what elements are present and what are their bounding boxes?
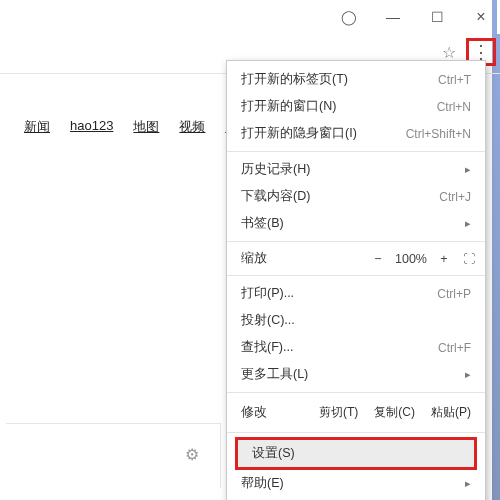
nav-map[interactable]: 地图 [133, 118, 159, 136]
vertical-dots-icon: ⋮ [472, 43, 490, 61]
maximize-button[interactable]: ☐ [424, 9, 450, 25]
profile-icon[interactable]: ◯ [336, 9, 362, 25]
menu-settings[interactable]: 设置(S) [238, 440, 474, 467]
menu-zoom: 缩放 − 100% + ⛶ [227, 246, 485, 271]
menu-label: 设置(S) [252, 445, 295, 462]
menu-shortcut: Ctrl+Shift+N [406, 127, 471, 141]
menu-shortcut: Ctrl+J [439, 190, 471, 204]
window-titlebar: ◯ — ☐ × [0, 0, 500, 34]
zoom-value: 100% [395, 252, 427, 266]
zoom-in-button[interactable]: + [437, 252, 451, 266]
menu-help[interactable]: 帮助(E) ▸ [227, 470, 485, 497]
menu-shortcut: Ctrl+P [437, 287, 471, 301]
zoom-label: 缩放 [241, 250, 371, 267]
main-menu-dropdown: 打开新的标签页(T) Ctrl+T 打开新的窗口(N) Ctrl+N 打开新的隐… [226, 60, 486, 500]
paste-button[interactable]: 粘贴(P) [425, 402, 477, 423]
menu-separator [227, 275, 485, 276]
menu-separator [227, 432, 485, 433]
menu-new-tab[interactable]: 打开新的标签页(T) Ctrl+T [227, 66, 485, 93]
copy-button[interactable]: 复制(C) [368, 402, 421, 423]
menu-label: 帮助(E) [241, 475, 284, 492]
menu-history[interactable]: 历史记录(H) ▸ [227, 156, 485, 183]
menu-shortcut: Ctrl+T [438, 73, 471, 87]
settings-highlight: 设置(S) [235, 437, 477, 470]
zoom-out-button[interactable]: − [371, 252, 385, 266]
menu-label: 下载内容(D) [241, 188, 310, 205]
cut-button[interactable]: 剪切(T) [313, 402, 364, 423]
gear-icon[interactable]: ⚙ [185, 445, 199, 464]
menu-find[interactable]: 查找(F)... Ctrl+F [227, 334, 485, 361]
menu-label: 更多工具(L) [241, 366, 308, 383]
edit-label: 修改 [241, 404, 309, 421]
menu-edit-row: 修改 剪切(T) 复制(C) 粘贴(P) [227, 397, 485, 428]
menu-label: 查找(F)... [241, 339, 293, 356]
menu-new-window[interactable]: 打开新的窗口(N) Ctrl+N [227, 93, 485, 120]
menu-separator [227, 241, 485, 242]
menu-bookmarks[interactable]: 书签(B) ▸ [227, 210, 485, 237]
minimize-button[interactable]: — [380, 9, 406, 25]
menu-separator [227, 392, 485, 393]
page-nav-links: 新闻 hao123 地图 视频 贴吧 [24, 118, 251, 136]
menu-separator [227, 151, 485, 152]
menu-downloads[interactable]: 下载内容(D) Ctrl+J [227, 183, 485, 210]
menu-label: 打开新的标签页(T) [241, 71, 348, 88]
nav-hao123[interactable]: hao123 [70, 118, 113, 136]
chevron-right-icon: ▸ [465, 163, 471, 176]
menu-label: 打开新的隐身窗口(I) [241, 125, 357, 142]
chevron-right-icon: ▸ [465, 368, 471, 381]
chevron-right-icon: ▸ [465, 217, 471, 230]
nav-video[interactable]: 视频 [179, 118, 205, 136]
menu-label: 打开新的窗口(N) [241, 98, 336, 115]
window-right-edge [492, 0, 500, 500]
menu-label: 投射(C)... [241, 312, 295, 329]
chevron-right-icon: ▸ [465, 477, 471, 490]
menu-more-tools[interactable]: 更多工具(L) ▸ [227, 361, 485, 388]
menu-print[interactable]: 打印(P)... Ctrl+P [227, 280, 485, 307]
menu-label: 书签(B) [241, 215, 284, 232]
close-button[interactable]: × [468, 8, 494, 26]
menu-label: 打印(P)... [241, 285, 294, 302]
menu-incognito[interactable]: 打开新的隐身窗口(I) Ctrl+Shift+N [227, 120, 485, 147]
menu-cast[interactable]: 投射(C)... [227, 307, 485, 334]
nav-news[interactable]: 新闻 [24, 118, 50, 136]
fullscreen-icon[interactable]: ⛶ [461, 252, 475, 266]
menu-shortcut: Ctrl+N [437, 100, 471, 114]
menu-label: 历史记录(H) [241, 161, 310, 178]
menu-shortcut: Ctrl+F [438, 341, 471, 355]
